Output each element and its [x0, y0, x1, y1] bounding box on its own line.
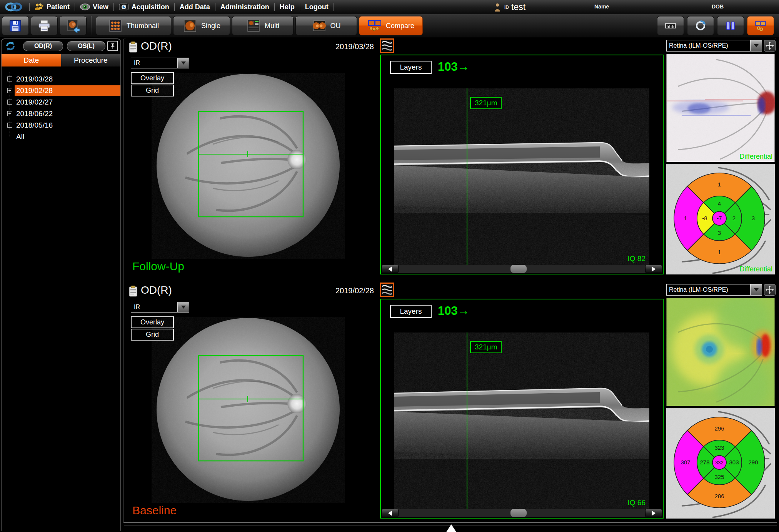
pin-icon[interactable]	[107, 41, 118, 51]
bscan-scrollbar[interactable]	[382, 509, 662, 517]
chevron-down-icon[interactable]	[750, 284, 762, 295]
eye-label: OD(R)	[141, 284, 172, 296]
print-icon	[37, 18, 52, 33]
svg-text:-7: -7	[717, 215, 722, 221]
tab-date[interactable]: Date	[2, 54, 61, 66]
scroll-right-button[interactable]	[645, 265, 662, 273]
oct-thumbnail-button[interactable]	[380, 283, 394, 297]
all-item[interactable]: All	[2, 131, 120, 143]
layers-button[interactable]: Layers	[390, 305, 432, 318]
thickness-color-map[interactable]	[666, 298, 775, 406]
layer-select[interactable]: Retina (ILM-OS/RPE)	[666, 284, 762, 296]
save-icon	[8, 18, 23, 33]
chevron-down-icon[interactable]	[750, 40, 762, 51]
expand-plus-icon[interactable]	[7, 88, 12, 93]
expand-plus-icon[interactable]	[7, 76, 12, 81]
menu-add-data[interactable]: Add Data	[175, 0, 215, 14]
bscan-scrollbar[interactable]	[382, 265, 662, 273]
differential-thickness-map[interactable]: Differential	[666, 54, 775, 162]
menu-administration[interactable]: Administration	[215, 0, 274, 14]
save-button[interactable]	[2, 16, 29, 35]
date-item[interactable]: 2018/06/22	[2, 108, 120, 120]
id-label: ID	[504, 5, 509, 10]
baseline-panel: OD(R) 2019/02/28 IR Overlay Grid	[124, 283, 777, 521]
date-item[interactable]: 2019/03/28	[2, 73, 120, 85]
menu-bar: Patient View Acquisition Add Data Admini…	[0, 0, 779, 14]
view-mode-single[interactable]: Single	[173, 16, 230, 35]
scan-marker-line[interactable]	[467, 332, 467, 509]
image-quality-label: IQ 66	[628, 499, 646, 507]
svg-text:332: 332	[715, 460, 724, 466]
expand-icon[interactable]	[764, 40, 776, 52]
measure-scale-button[interactable]	[657, 16, 684, 35]
app-logo-icon	[4, 2, 24, 12]
scroll-right-button[interactable]	[645, 509, 662, 517]
expand-icon[interactable]	[764, 284, 776, 296]
layers-button[interactable]: Layers	[390, 61, 432, 74]
scan-marker-line[interactable]	[467, 88, 467, 265]
etdrs-grid-differential[interactable]: 311123-84-7 Differential	[666, 164, 775, 274]
person-icon	[494, 3, 500, 12]
clipboard-icon[interactable]	[128, 286, 138, 299]
date-item-selected[interactable]: 2019/02/28	[2, 85, 120, 96]
columns-icon	[725, 20, 736, 32]
svg-text:286: 286	[714, 493, 724, 499]
svg-text:325: 325	[714, 474, 724, 480]
view-mode-ou[interactable]: OU	[295, 16, 357, 35]
menu-help[interactable]: Help	[275, 0, 300, 14]
print-button[interactable]	[31, 16, 58, 35]
thickness-marker[interactable]: 321µm	[470, 341, 502, 353]
fundus-ir-image[interactable]	[152, 317, 345, 503]
image-type-select[interactable]: IR	[131, 302, 189, 313]
od-eye-button[interactable]: OD(R)	[23, 41, 63, 51]
image-type-select[interactable]: IR	[131, 58, 189, 68]
layer-select[interactable]: Retina (ILM-OS/RPE)	[666, 40, 762, 52]
view-mode-multi[interactable]: Multi	[232, 16, 294, 35]
date-item[interactable]: 2019/02/27	[2, 96, 120, 108]
series-label: Follow-Up	[132, 260, 184, 273]
scrollbar-thumb[interactable]	[510, 265, 527, 273]
svg-text:1: 1	[684, 215, 687, 221]
followup-panel: OD(R) 2019/03/28 IR Overlay Grid	[124, 38, 777, 282]
link-compare-button[interactable]	[747, 16, 774, 35]
etdrs-grid-thickness[interactable]: 290286307296303325278323332	[666, 408, 775, 519]
fundus-ir-image[interactable]	[152, 73, 345, 259]
clipboard-icon[interactable]	[128, 42, 138, 55]
oct-bscan-image[interactable]: 321µm IQ 66	[394, 332, 649, 509]
scroll-left-button[interactable]	[382, 265, 399, 273]
menu-view[interactable]: View	[75, 0, 113, 14]
expand-plus-icon[interactable]	[7, 111, 12, 116]
menu-logout[interactable]: Logout	[300, 0, 334, 14]
bottom-scrollbar[interactable]	[124, 521, 777, 532]
chevron-down-icon[interactable]	[177, 58, 189, 68]
export-image-button[interactable]	[60, 16, 87, 35]
scrollbar-thumb[interactable]	[510, 509, 527, 517]
date-item[interactable]: 2018/05/16	[2, 120, 120, 131]
thickness-marker[interactable]: 321µm	[470, 97, 502, 109]
os-eye-button[interactable]: OS(L)	[67, 41, 105, 51]
tab-procedure[interactable]: Procedure	[61, 54, 121, 66]
oct-bscan-image[interactable]: 321µm IQ 82	[394, 88, 649, 265]
scroll-left-button[interactable]	[382, 509, 399, 517]
view-mode-compare[interactable]: Compare	[359, 16, 423, 35]
oct-viewport: Layers 103→ 321µm IQ 66	[380, 299, 664, 519]
refresh-icon[interactable]	[5, 41, 16, 52]
export-image-icon	[66, 18, 80, 33]
expand-plus-icon[interactable]	[7, 123, 12, 128]
toolbar-divider	[91, 16, 92, 35]
menu-patient[interactable]: Patient	[30, 0, 75, 14]
refresh-view-button[interactable]	[687, 16, 714, 35]
svg-text:3: 3	[718, 229, 721, 236]
patient-id-value: test	[511, 2, 525, 12]
oct-thumbnail-button[interactable]	[380, 38, 394, 53]
svg-text:1: 1	[718, 249, 721, 255]
scroll-marker-triangle[interactable]	[446, 524, 456, 532]
svg-text:3: 3	[752, 215, 755, 221]
menu-acquisition[interactable]: Acquisition	[114, 0, 174, 14]
view-mode-thumbnail[interactable]: Thumbnail	[96, 16, 171, 35]
chevron-down-icon[interactable]	[177, 302, 189, 312]
expand-plus-icon[interactable]	[7, 100, 12, 105]
scan-position-label: 103→	[438, 60, 470, 74]
dual-view-button[interactable]	[717, 16, 744, 35]
svg-text:2: 2	[732, 215, 736, 221]
